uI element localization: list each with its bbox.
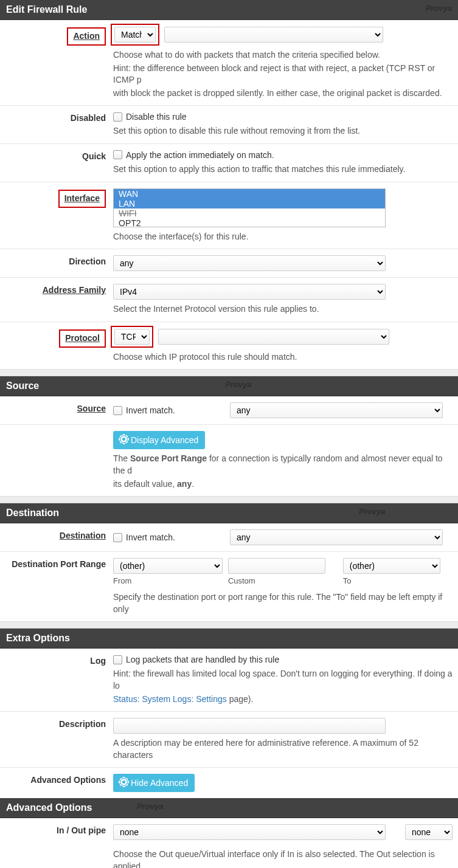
action-hint1: Choose what to do with packets that matc… — [113, 49, 454, 61]
quick-hint: Set this option to apply this action to … — [113, 164, 454, 176]
action-select[interactable]: Match — [114, 27, 156, 43]
separator — [0, 369, 458, 376]
protocol-select-wide[interactable] — [158, 329, 389, 345]
description-input[interactable] — [113, 718, 386, 734]
source-hint1: The Source Port Range for a connection i… — [113, 453, 454, 477]
interface-option-lan[interactable]: LAN — [114, 199, 385, 208]
section-extra-title: Extra Options — [6, 633, 70, 643]
row-af: Address Family IPv4 Select the Internet … — [0, 277, 458, 322]
quick-checkbox[interactable] — [113, 150, 122, 159]
section-dest-title: Destination — [6, 508, 59, 518]
dest-port-to-select[interactable]: (other) — [343, 558, 440, 574]
disabled-checkbox-label: Disable this rule — [126, 112, 187, 122]
row-direction: Direction any — [0, 249, 458, 277]
action-hint2: Hint: the difference between block and r… — [113, 63, 454, 86]
label-quick: Quick — [0, 149, 113, 164]
action-hint3: with block the packet is dropped silentl… — [113, 88, 454, 100]
label-action: Action — [0, 25, 113, 48]
watermark: Provya — [359, 507, 385, 516]
label-disabled: Disabled — [0, 111, 113, 125]
label-interface: Interface — [0, 187, 113, 210]
hide-advanced-button[interactable]: Hide Advanced — [113, 774, 195, 792]
log-checkbox-label: Log packets that are handled by this rul… — [126, 655, 279, 664]
row-source-adv: Display Advanced The Source Port Range f… — [0, 424, 458, 496]
label-source: Source — [0, 401, 113, 416]
source-invert-checkbox[interactable] — [113, 406, 122, 415]
section-source-header: Source Provya — [0, 376, 458, 396]
disabled-checkbox[interactable] — [113, 112, 122, 122]
interface-option-wifi[interactable]: WIFI — [114, 208, 385, 218]
interface-multiselect[interactable]: WAN LAN WIFI OPT2 — [113, 188, 386, 227]
row-source: Source Invert match. any — [0, 396, 458, 424]
label-direction: Direction — [0, 254, 113, 269]
dest-port-to-sub: To — [343, 576, 443, 585]
label-log: Log — [0, 653, 113, 668]
gear-icon — [120, 435, 128, 445]
dest-invert-label: Invert match. — [126, 532, 175, 542]
row-disabled: Disabled Disable this rule Set this opti… — [0, 105, 458, 143]
protocol-select[interactable]: TCP — [114, 329, 150, 345]
section-dest-header: Destination Provya — [0, 503, 458, 523]
dest-port-custom-input[interactable] — [228, 558, 325, 574]
row-action: Action Match Choose what to do with pack… — [0, 20, 458, 105]
separator — [0, 496, 458, 503]
log-hint: Hint: the firewall has limited local log… — [113, 668, 454, 692]
label-af: Address Family — [0, 283, 113, 297]
pipe-in-select[interactable]: none — [113, 824, 386, 840]
quick-checkbox-label: Apply the action immediately on match. — [126, 150, 274, 160]
label-pipe: In / Out pipe — [0, 823, 113, 838]
section-edit-title: Edit Firewall Rule — [6, 4, 87, 15]
section-source-title: Source — [6, 381, 39, 391]
dest-port-from-select[interactable]: (other) — [113, 558, 223, 574]
dest-port-hint: Specify the destination port or port ran… — [113, 591, 454, 615]
watermark: Provya — [426, 4, 452, 13]
row-description: Description A description may be entered… — [0, 711, 458, 767]
af-select[interactable]: IPv4 — [113, 284, 386, 300]
protocol-hint: Choose which IP protocol this rule shoul… — [113, 351, 454, 363]
watermark: Provya — [137, 802, 163, 811]
row-interface: Interface WAN LAN WIFI OPT2 Choose the i… — [0, 182, 458, 249]
action-select-wide[interactable] — [164, 27, 383, 43]
label-protocol: Protocol — [0, 327, 113, 350]
interface-option-wan[interactable]: WAN — [114, 189, 385, 199]
label-description: Description — [0, 717, 113, 731]
disabled-hint: Set this option to disable this rule wit… — [113, 125, 454, 137]
row-protocol: Protocol TCP Choose which IP protocol th… — [0, 322, 458, 370]
interface-hint: Choose the interface(s) for this rule. — [113, 231, 454, 243]
section-edit-header: Edit Firewall Rule Provya — [0, 0, 458, 20]
dest-select[interactable]: any — [230, 529, 443, 545]
dest-port-from-sub: From — [113, 576, 226, 585]
interface-option-opt2[interactable]: OPT2 — [114, 218, 385, 227]
gear-icon — [120, 778, 128, 788]
section-adv-title: Advanced Options — [6, 802, 92, 813]
af-hint: Select the Internet Protocol version thi… — [113, 303, 454, 315]
row-pipe: In / Out pipe none none Choose the Out q… — [0, 818, 458, 868]
section-adv-header: Advanced Options Provya — [0, 798, 458, 818]
separator — [0, 621, 458, 629]
source-invert-label: Invert match. — [126, 405, 175, 415]
direction-select[interactable]: any — [113, 255, 386, 271]
row-quick: Quick Apply the action immediately on ma… — [0, 143, 458, 182]
dest-invert-checkbox[interactable] — [113, 533, 122, 542]
watermark: Provya — [225, 380, 251, 389]
dest-port-custom-sub: Custom — [228, 576, 341, 585]
label-dest-port: Destination Port Range — [0, 557, 113, 571]
label-advanced-options: Advanced Options — [0, 773, 113, 787]
log-settings-link[interactable]: Status: System Logs: Settings — [113, 694, 227, 704]
label-dest: Destination — [0, 528, 113, 543]
pipe-hint1: Choose the Out queue/Virtual interface o… — [113, 849, 454, 868]
source-hint2: its default value, any. — [113, 478, 454, 491]
row-log: Log Log packets that are handled by this… — [0, 649, 458, 711]
row-dest: Destination Invert match. any — [0, 523, 458, 551]
pipe-out-select[interactable]: none — [405, 824, 453, 840]
row-advanced-options: Advanced Options Hide Advanced — [0, 767, 458, 798]
section-extra-header: Extra Options — [0, 629, 458, 649]
display-advanced-button[interactable]: Display Advanced — [113, 431, 205, 449]
description-hint: A description may be entered here for ad… — [113, 737, 454, 761]
log-checkbox[interactable] — [113, 655, 122, 664]
row-dest-port: Destination Port Range (other) From Cust… — [0, 551, 458, 621]
source-select[interactable]: any — [230, 402, 443, 418]
